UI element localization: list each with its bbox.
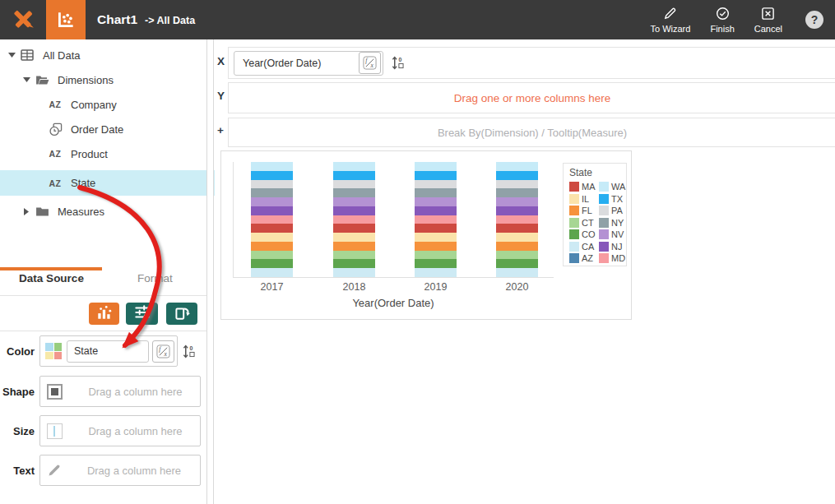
- legend-label: NY: [611, 218, 624, 228]
- legend-label: CT: [582, 218, 594, 228]
- bar-segment-tx: [333, 171, 375, 180]
- size-encoding-row: Size Drag a column here: [0, 415, 201, 446]
- color-drop-zone[interactable]: State fx: [39, 335, 178, 367]
- legend-label: AZ: [582, 253, 593, 263]
- app-header: Chart1 -> All Data To Wizard Finish Canc…: [0, 0, 835, 39]
- bar-segment-pa: [415, 180, 457, 189]
- bar-segment-nv: [251, 197, 293, 206]
- formula-fx-icon[interactable]: fx: [152, 340, 174, 363]
- caret-down-icon[interactable]: [5, 53, 18, 58]
- legend-label: MD: [611, 253, 625, 263]
- legend-swatch: [599, 253, 609, 263]
- legend-swatch: [599, 218, 609, 228]
- chart-preview: 2017201820192020 Year(Order Date) State …: [220, 150, 632, 320]
- bar-chart-icon: [95, 303, 114, 325]
- bar-segment-ca: [415, 268, 457, 277]
- bar-segment-ct: [415, 251, 457, 260]
- sidebar: All DataDimensionsAZCompanyOrder DateAZP…: [0, 39, 206, 504]
- tree-item-label: Company: [71, 99, 117, 111]
- break-by-drop-zone[interactable]: Break By(Dimension) / Tooltip(Measure): [228, 118, 835, 147]
- color-encoding-row: Color State fx 0: [0, 335, 195, 367]
- cancel-button[interactable]: Cancel: [754, 7, 782, 34]
- bar-segment-ma: [496, 224, 538, 233]
- legend-label: NJ: [611, 242, 622, 252]
- stacked-bar-2020: [496, 162, 538, 277]
- bar-segment-md: [496, 215, 538, 224]
- tab-format[interactable]: Format: [104, 272, 206, 284]
- panel-splitter[interactable]: [206, 39, 214, 504]
- tree-item-label: Order Date: [71, 123, 123, 136]
- legend-label: TX: [611, 194, 623, 204]
- text-drop-zone[interactable]: Drag a column here: [39, 455, 201, 486]
- bar-segment-tx: [496, 171, 538, 180]
- bar-segment-ct: [251, 251, 293, 260]
- legend-swatch: [569, 253, 579, 263]
- flip-page-button[interactable]: [166, 303, 197, 325]
- caret-right-icon[interactable]: [20, 208, 33, 215]
- size-drop-zone[interactable]: Drag a column here: [39, 415, 201, 446]
- x-axis-drop-zone[interactable]: Year(Order Date) fx 0: [228, 47, 835, 79]
- formula-fx-icon[interactable]: fx: [359, 52, 381, 74]
- x-axis-field-chip[interactable]: Year(Order Date) fx: [234, 51, 383, 76]
- shape-drop-zone[interactable]: Drag a column here: [39, 376, 201, 407]
- legend-item-az: AZ: [569, 253, 599, 263]
- y-axis-line: [233, 162, 234, 277]
- legend-swatch: [599, 182, 609, 192]
- bar-segment-il: [251, 233, 293, 242]
- legend-label: FL: [582, 206, 592, 215]
- legend-swatch: [599, 206, 609, 215]
- bar-segment-ny: [333, 188, 375, 197]
- legend-label: NV: [611, 229, 624, 239]
- bar-segment-md: [251, 215, 293, 224]
- legend-item-nj: NJ: [599, 242, 629, 252]
- caret-down-icon[interactable]: [20, 77, 33, 82]
- bar-segment-ca: [496, 268, 538, 277]
- x-tick-label: 2018: [333, 281, 375, 293]
- az-icon: AZ: [46, 99, 64, 109]
- bar-segment-il: [333, 233, 375, 242]
- legend-title: State: [569, 167, 626, 178]
- y-axis-drop-zone[interactable]: Drag one or more columns here: [228, 82, 835, 113]
- tree-item-all-data[interactable]: All Data: [0, 43, 211, 67]
- bar-segment-tx: [415, 171, 457, 180]
- sort-order-icon[interactable]: 0: [392, 56, 404, 70]
- legend-item-ca: CA: [569, 242, 599, 252]
- close-square-icon: [761, 7, 775, 22]
- chart-legend: State MAWAILTXFLPACTNYCONVCANJAZMD: [563, 163, 627, 266]
- help-button[interactable]: ?: [805, 11, 823, 29]
- bar-segment-ma: [415, 224, 457, 233]
- bar-segment-nv: [496, 197, 538, 206]
- bar-segment-nv: [333, 197, 375, 206]
- bar-segment-tx: [251, 171, 293, 180]
- legend-label: CA: [582, 242, 594, 252]
- bar-chart-button[interactable]: [89, 303, 119, 325]
- x-axis-title: Year(Order Date): [233, 297, 554, 309]
- scatter-chart-icon[interactable]: [46, 0, 86, 39]
- legend-swatch: [569, 194, 579, 204]
- svg-text:f: f: [365, 57, 368, 64]
- sort-order-icon[interactable]: 0: [183, 344, 195, 358]
- to-wizard-button[interactable]: To Wizard: [651, 7, 691, 34]
- tree-item-label: State: [71, 177, 95, 189]
- tree-item-dimensions[interactable]: Dimensions: [0, 67, 226, 92]
- pencil-icon: [663, 7, 677, 22]
- tree-item-measures[interactable]: Measures: [0, 199, 226, 224]
- bar-segment-ny: [251, 188, 293, 197]
- color-field-value[interactable]: State: [67, 340, 149, 363]
- x-tick-label: 2017: [251, 281, 293, 293]
- finish-button[interactable]: Finish: [710, 7, 734, 34]
- field-settings-button[interactable]: [126, 303, 158, 325]
- legend-swatch: [569, 242, 579, 252]
- breadcrumb-target: -> All Data: [145, 15, 195, 26]
- tree-item-label: Product: [71, 148, 108, 160]
- bar-segment-ct: [333, 251, 375, 260]
- pencil-icon: [47, 463, 62, 478]
- legend-item-pa: PA: [599, 206, 629, 215]
- stacked-bar-2019: [415, 162, 457, 277]
- legend-item-ma: MA: [569, 182, 599, 192]
- bar-segment-wa: [333, 162, 375, 171]
- tab-data-source[interactable]: Data Source: [0, 272, 103, 284]
- bar-segment-md: [415, 215, 457, 224]
- legend-item-wa: WA: [599, 182, 629, 192]
- legend-item-ct: CT: [569, 218, 599, 228]
